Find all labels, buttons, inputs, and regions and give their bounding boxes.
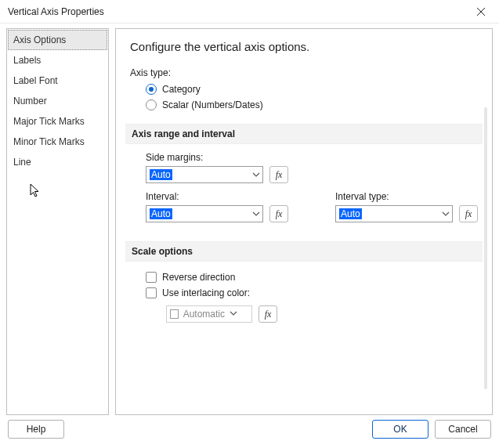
- page-heading: Configure the vertical axis options.: [130, 40, 478, 53]
- chevron-down-icon: [230, 309, 237, 320]
- sidebar-item-label: Labels: [13, 55, 41, 66]
- sidebar-item-label: Number: [13, 96, 47, 107]
- window-title: Vertical Axis Properties: [8, 6, 104, 17]
- combo-value: Auto: [150, 208, 172, 219]
- fx-button-interlacing-color[interactable]: fx: [259, 305, 277, 323]
- checkbox-interlacing-color[interactable]: Use interlacing color:: [146, 285, 478, 301]
- section-scale-options: Scale options: [125, 241, 483, 262]
- close-button[interactable]: [469, 2, 493, 21]
- radio-icon: [146, 84, 157, 95]
- checkbox-label: Use interlacing color:: [162, 287, 250, 298]
- interval-combo[interactable]: Auto: [146, 205, 263, 222]
- interlacing-color-combo[interactable]: Automatic: [166, 305, 252, 323]
- help-button[interactable]: Help: [8, 420, 64, 439]
- sidebar-item-axis-options[interactable]: Axis Options: [8, 30, 107, 50]
- checkbox-icon: [146, 287, 157, 298]
- radio-scalar[interactable]: Scalar (Numbers/Dates): [146, 97, 478, 113]
- dialog-footer: Help OK Cancel: [0, 415, 499, 443]
- sidebar-item-line[interactable]: Line: [8, 152, 107, 172]
- axis-type-label: Axis type:: [130, 67, 478, 78]
- sidebar-item-label: Minor Tick Marks: [13, 136, 85, 147]
- sidebar-item-label: Major Tick Marks: [13, 116, 85, 127]
- sidebar-item-label: Label Font: [13, 75, 58, 86]
- main-panel: Configure the vertical axis options. Axi…: [115, 28, 493, 415]
- sidebar-item-label: Axis Options: [13, 34, 66, 45]
- sidebar-item-labels[interactable]: Labels: [8, 50, 107, 70]
- cancel-button[interactable]: Cancel: [435, 420, 491, 439]
- combo-value: Auto: [150, 169, 172, 180]
- sidebar-item-major-tick-marks[interactable]: Major Tick Marks: [8, 111, 107, 132]
- fx-button-interval-type[interactable]: fx: [459, 205, 478, 222]
- fx-button-interval[interactable]: fx: [269, 205, 288, 222]
- sidebar-item-number[interactable]: Number: [8, 91, 107, 111]
- combo-value: Auto: [339, 208, 362, 219]
- interval-type-combo[interactable]: Auto: [335, 205, 453, 222]
- fx-button-side-margins[interactable]: fx: [269, 166, 288, 183]
- ok-button[interactable]: OK: [372, 420, 428, 439]
- interval-type-label: Interval type:: [335, 191, 478, 202]
- radio-category[interactable]: Category: [146, 81, 478, 97]
- title-bar: Vertical Axis Properties: [0, 0, 499, 23]
- radio-icon: [146, 99, 157, 110]
- chevron-down-icon: [252, 209, 260, 220]
- color-swatch-icon: [170, 309, 179, 319]
- chevron-down-icon: [442, 209, 450, 220]
- category-sidebar: Axis Options Labels Label Font Number Ma…: [6, 28, 109, 415]
- side-margins-combo[interactable]: Auto: [146, 166, 263, 183]
- radio-label: Category: [162, 84, 201, 95]
- checkbox-label: Reverse direction: [162, 272, 235, 283]
- section-axis-range: Axis range and interval: [125, 124, 483, 144]
- sidebar-item-label: Line: [13, 157, 31, 168]
- close-icon: [476, 7, 486, 16]
- combo-value: Automatic: [183, 309, 225, 320]
- radio-label: Scalar (Numbers/Dates): [162, 99, 263, 110]
- scrollbar[interactable]: [484, 107, 487, 389]
- interval-label: Interval:: [146, 191, 288, 202]
- checkbox-reverse-direction[interactable]: Reverse direction: [146, 269, 478, 285]
- chevron-down-icon: [252, 170, 260, 181]
- checkbox-icon: [146, 272, 157, 283]
- side-margins-label: Side margins:: [146, 152, 478, 163]
- sidebar-item-minor-tick-marks[interactable]: Minor Tick Marks: [8, 132, 107, 152]
- sidebar-item-label-font[interactable]: Label Font: [8, 70, 107, 91]
